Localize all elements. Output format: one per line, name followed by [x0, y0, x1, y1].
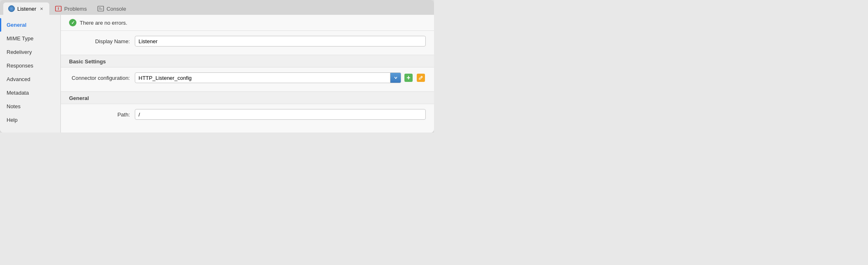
sidebar-item-help[interactable]: Help: [0, 113, 60, 127]
sidebar-item-notes-label: Notes: [7, 103, 21, 109]
sidebar-item-general-label: General: [7, 22, 26, 28]
display-name-section: Display Name:: [61, 31, 434, 55]
problems-icon: !: [55, 5, 62, 12]
general-section-title: General: [61, 91, 434, 104]
sidebar-item-redelivery[interactable]: Redelivery: [0, 45, 60, 59]
connector-config-row: Connector configuration: +: [69, 72, 426, 83]
display-name-row: Display Name:: [69, 36, 426, 46]
edit-pencil-icon: [417, 74, 425, 82]
sidebar-item-responses-label: Responses: [7, 63, 33, 69]
status-bar: There are no errors.: [61, 15, 434, 31]
sidebar-item-metadata-label: Metadata: [7, 90, 29, 96]
sidebar-item-help-label: Help: [7, 117, 18, 123]
content-panel: There are no errors. Display Name: Basic…: [61, 15, 434, 132]
listener-globe-icon: [8, 5, 15, 12]
path-label: Path:: [69, 112, 135, 118]
svg-rect-2: [98, 6, 104, 11]
basic-settings-title: Basic Settings: [61, 55, 434, 67]
sidebar-item-mime-type-label: MIME Type: [7, 35, 34, 42]
path-input[interactable]: [135, 109, 426, 120]
connector-config-label: Connector configuration:: [69, 75, 135, 81]
sidebar-item-advanced-label: Advanced: [7, 76, 30, 82]
tab-close-button[interactable]: ✕: [39, 6, 44, 12]
tab-console-label: Console: [106, 6, 126, 12]
connector-config-input[interactable]: [135, 72, 390, 83]
sidebar-item-responses[interactable]: Responses: [0, 59, 60, 72]
connector-dropdown-button[interactable]: [390, 72, 401, 83]
console-icon: [97, 5, 104, 12]
sidebar: General MIME Type Redelivery Responses A…: [0, 15, 61, 132]
tab-listener-label: Listener: [17, 6, 36, 12]
display-name-label: Display Name:: [69, 38, 135, 44]
sidebar-item-redelivery-label: Redelivery: [7, 49, 32, 55]
sidebar-item-advanced[interactable]: Advanced: [0, 72, 60, 86]
add-connector-button[interactable]: +: [404, 73, 413, 83]
path-section: Path:: [61, 104, 434, 128]
svg-line-5: [421, 77, 422, 78]
tab-listener[interactable]: Listener ✕: [3, 2, 49, 15]
tab-bar: Listener ✕ ! Problems Console: [0, 0, 434, 15]
edit-connector-button[interactable]: [416, 73, 426, 83]
svg-text:!: !: [58, 7, 59, 11]
green-plus-icon: +: [404, 74, 413, 82]
main-area: General MIME Type Redelivery Responses A…: [0, 15, 434, 132]
app-window: Listener ✕ ! Problems Console General: [0, 0, 434, 132]
chevron-down-icon: [394, 76, 398, 80]
sidebar-item-metadata[interactable]: Metadata: [0, 86, 60, 100]
connector-input-wrapper: [135, 72, 401, 83]
sidebar-item-notes[interactable]: Notes: [0, 100, 60, 113]
sidebar-item-mime-type[interactable]: MIME Type: [0, 32, 60, 45]
connector-config-controls: +: [135, 72, 426, 83]
path-row: Path:: [69, 109, 426, 120]
status-ok-icon: [69, 19, 76, 26]
status-text: There are no errors.: [80, 20, 127, 26]
connector-config-section: Connector configuration: +: [61, 67, 434, 91]
tab-console[interactable]: Console: [92, 2, 131, 15]
sidebar-item-general[interactable]: General: [0, 18, 60, 32]
tab-problems-label: Problems: [64, 6, 87, 12]
display-name-input[interactable]: [135, 36, 426, 46]
tab-problems[interactable]: ! Problems: [50, 2, 92, 15]
